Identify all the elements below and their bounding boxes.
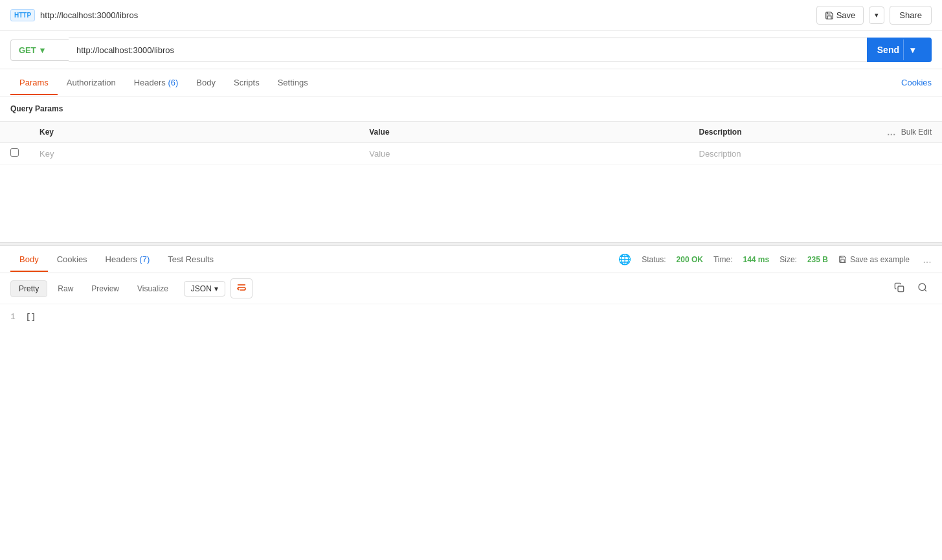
top-bar-right: Save ▾ Share [816,6,932,25]
save-dropdown-button[interactable]: ▾ [869,6,884,24]
response-more-options-icon[interactable]: … [923,254,932,265]
toolbar-right-actions [890,280,932,298]
top-bar-left: HTTP http://localhost:3000/libros [10,9,138,21]
time-value: 144 ms [743,255,770,264]
value-col-header: Value [359,122,688,143]
method-chevron-icon: ▾ [40,45,45,55]
time-label: Time: [713,255,733,264]
url-bar: GET ▾ Send ▾ [0,31,942,69]
globe-icon: 🌐 [618,253,631,265]
status-label: Status: [642,255,666,264]
tab-authorization[interactable]: Authorization [58,71,125,95]
view-raw-button[interactable]: Raw [50,281,81,297]
headers-badge: (6) [168,78,178,87]
response-status-bar: 🌐 Status: 200 OK Time: 144 ms Size: 235 … [618,253,932,265]
view-preview-button[interactable]: Preview [84,281,127,297]
svg-rect-2 [898,286,904,292]
send-button[interactable]: Send ▾ [867,38,932,62]
format-selector[interactable]: JSON ▾ [184,281,225,297]
value-cell[interactable]: Value [359,143,688,164]
format-label: JSON [191,284,212,293]
copy-button[interactable] [890,280,908,298]
wrap-icon [236,282,247,293]
tab-scripts[interactable]: Scripts [225,71,269,95]
key-cell[interactable]: Key [29,143,359,164]
tab-headers[interactable]: Headers (6) [125,71,188,95]
more-options-icon[interactable]: … [887,127,896,137]
table-row: Key Value Description [0,143,942,164]
response-tab-headers[interactable]: Headers (7) [96,248,159,272]
row-checkbox-cell [0,143,29,164]
svg-line-4 [925,289,926,291]
save-button[interactable]: Save [816,6,864,25]
format-chevron-icon: ▾ [214,284,218,293]
size-label: Size: [779,255,797,264]
code-area: 1[] [0,304,942,330]
http-icon: HTTP [10,9,35,21]
size-value: 235 B [807,255,828,264]
tab-settings[interactable]: Settings [269,71,317,95]
send-dropdown-icon[interactable]: ▾ [903,39,921,60]
save-example-icon [838,255,847,263]
response-tabs: Body Cookies Headers (7) Test Results 🌐 … [0,246,942,273]
save-icon [825,11,834,20]
line-number-1: 1 [10,312,16,322]
body-toolbar: Pretty Raw Preview Visualize JSON ▾ [0,273,942,304]
response-tab-cookies[interactable]: Cookies [48,248,96,272]
status-value: 200 OK [677,255,703,264]
wrap-button[interactable] [230,278,252,298]
method-selector[interactable]: GET ▾ [10,39,69,61]
top-bar: HTTP http://localhost:3000/libros Save ▾… [0,0,942,31]
send-label: Send [877,45,899,55]
share-button[interactable]: Share [890,6,932,25]
url-input[interactable] [69,38,867,62]
save-as-example-label: Save as example [850,255,910,264]
desc-cell[interactable]: Description [689,143,943,164]
request-tabs: Params Authorization Headers (6) Body Sc… [0,69,942,96]
svg-point-3 [919,284,926,291]
response-tab-body[interactable]: Body [10,248,48,272]
params-section: Query Params Key Value Description … Bul… [0,96,942,164]
description-label: Description [699,128,742,137]
tab-params[interactable]: Params [10,71,58,95]
key-col-header: Key [29,122,359,143]
code-content-1: [] [26,312,36,322]
save-as-example-button[interactable]: Save as example [838,255,910,264]
copy-icon [894,282,904,293]
row-checkbox[interactable] [10,148,19,157]
save-label: Save [836,10,856,20]
view-pretty-button[interactable]: Pretty [10,280,47,297]
checkbox-col-header [0,122,29,143]
query-params-title: Query Params [0,96,942,121]
search-icon [917,282,928,293]
response-tab-test-results[interactable]: Test Results [159,248,223,272]
top-bar-url-label: http://localhost:3000/libros [40,10,138,20]
tab-body[interactable]: Body [187,71,225,95]
params-table: Key Value Description … Bulk Edit [0,121,942,164]
method-label: GET [19,45,36,55]
bulk-edit-button[interactable]: Bulk Edit [901,128,932,137]
response-headers-badge: (7) [139,254,150,264]
cookies-link[interactable]: Cookies [901,78,932,87]
desc-col-header: Description … Bulk Edit [689,122,943,143]
view-visualize-button[interactable]: Visualize [129,281,176,297]
search-button[interactable] [914,280,932,298]
